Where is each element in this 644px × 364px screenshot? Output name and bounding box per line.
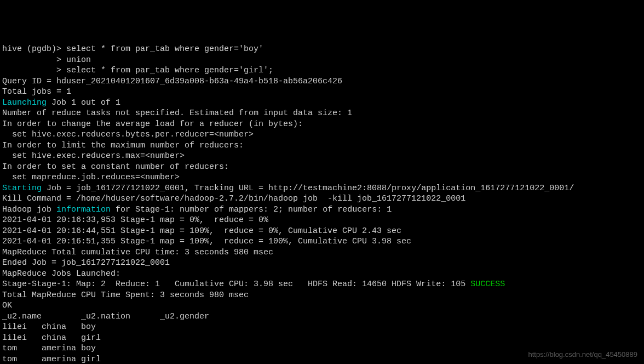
launching-rest: Job 1 out of 1 xyxy=(47,98,120,107)
prompt-cont: > xyxy=(2,55,66,65)
jobs-launched: MapReduce Jobs Launched: xyxy=(2,269,120,278)
query-id: Query ID = hduser_20210401201607_6d39a00… xyxy=(2,77,342,86)
success-status: SUCCESS xyxy=(470,280,505,289)
prompt-cont: > xyxy=(2,66,66,75)
avg-load-hint: In order to change the average load for … xyxy=(2,120,303,129)
set-mapreduce-hint: set mapreduce.job.reduces=<number> xyxy=(2,173,180,182)
result-row: lilei china boy xyxy=(2,322,96,332)
starting-keyword: Starting xyxy=(2,184,42,193)
sql-line1: select * from par_tab where gender='boy' xyxy=(66,44,263,54)
starting-rest: Job = job_1617277121022_0001, Tracking U… xyxy=(42,184,574,193)
progress-line: 2021-04-01 20:16:51,355 Stage-1 map = 10… xyxy=(2,237,411,246)
limit-max-hint: In order to limit the maximum number of … xyxy=(2,141,244,150)
progress-line: 2021-04-01 20:16:33,953 Stage-1 map = 0%… xyxy=(2,215,268,225)
set-max-hint: set hive.exec.reducers.max=<number> xyxy=(2,151,185,161)
result-row: tom amerina boy xyxy=(2,344,96,353)
stage-summary: Stage-Stage-1: Map: 2 Reduce: 1 Cumulati… xyxy=(2,280,470,289)
total-cpu-time: MapReduce Total cumulative CPU time: 3 s… xyxy=(2,248,273,257)
result-row: tom amerina girl xyxy=(2,355,101,364)
sql-line2: union xyxy=(66,55,91,65)
result-header: _u2.name _u2.nation _u2.gender xyxy=(2,312,209,321)
set-bytes-hint: set hive.exec.reducers.bytes.per.reducer… xyxy=(2,130,254,139)
launching-keyword: Launching xyxy=(2,98,47,107)
ended-job: Ended Job = job_1617277121022_0001 xyxy=(2,258,170,268)
watermark: https://blog.csdn.net/qq_45450889 xyxy=(528,350,638,360)
constant-num-hint: In order to set a constant number of red… xyxy=(2,162,229,172)
result-row: lilei china girl xyxy=(2,333,101,343)
total-jobs: Total jobs = 1 xyxy=(2,87,71,96)
progress-line: 2021-04-01 20:16:44,551 Stage-1 map = 10… xyxy=(2,226,401,236)
prompt: hive (pgdb)> xyxy=(2,44,66,54)
reduce-tasks-info: Number of reduce tasks not specified. Es… xyxy=(2,109,352,118)
kill-command: Kill Command = /home/hduser/software/had… xyxy=(2,194,465,203)
hadoop-job-post: for Stage-1: number of mappers: 2; numbe… xyxy=(111,205,392,214)
ok-status: OK xyxy=(2,301,12,310)
information-keyword: information xyxy=(56,205,111,214)
total-cpu-spent: Total MapReduce CPU Time Spent: 3 second… xyxy=(2,291,249,300)
sql-line3: select * from par_tab where gender='girl… xyxy=(66,66,273,75)
hadoop-job-pre: Hadoop job xyxy=(2,205,56,214)
